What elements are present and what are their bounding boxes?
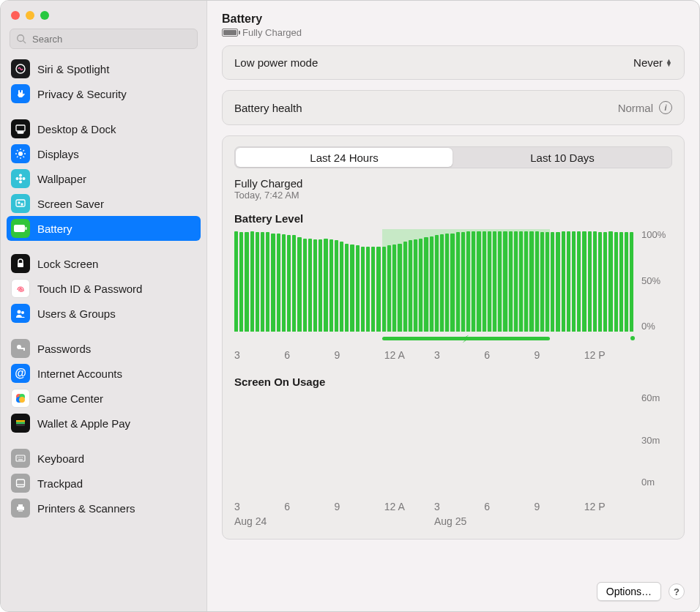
battery-level-bar (509, 231, 513, 332)
battery-level-bar (493, 231, 496, 332)
battery-level-bar (350, 245, 354, 332)
at-icon: @ (11, 364, 30, 383)
battery-level-bar (498, 231, 502, 332)
lock-icon (11, 254, 30, 273)
sidebar-item-wallpaper[interactable]: Wallpaper (1, 166, 206, 191)
game-icon (11, 389, 30, 408)
battery-level-bar (461, 232, 465, 332)
battery-level-bar (392, 245, 396, 332)
sidebar-item-users-groups[interactable]: Users & Groups (1, 301, 206, 326)
battery-health-value: Normal (618, 102, 653, 114)
trackpad-icon (11, 474, 30, 493)
battery-level-bar (256, 232, 259, 332)
battery-level-bar (414, 239, 417, 332)
low-power-value: Never (633, 56, 663, 69)
battery-status-text: Fully Charged (242, 27, 302, 38)
battery-level-bar (282, 234, 286, 332)
info-icon[interactable]: i (659, 101, 672, 114)
battery-level-bar (625, 232, 628, 332)
x-tick: 9 (535, 501, 584, 512)
battery-icon (222, 29, 238, 37)
svg-point-21 (21, 204, 23, 205)
low-power-select[interactable]: Never ▲▼ (633, 56, 672, 69)
sidebar-item-label: Displays (37, 148, 79, 160)
battery-level-xaxis: 36912 A36912 P (234, 349, 634, 361)
battery-status: Fully Charged (222, 27, 685, 38)
sidebar-item-printers-scanners[interactable]: Printers & Scanners (1, 496, 206, 520)
sun-icon (11, 144, 30, 163)
close-icon[interactable] (11, 11, 20, 20)
help-button[interactable]: ? (669, 583, 685, 600)
tab-last-10d[interactable]: Last 10 Days (454, 148, 671, 167)
battery-level-bar (551, 232, 554, 332)
sidebar-item-passwords[interactable]: Passwords (1, 336, 206, 361)
battery-level-bar (292, 235, 296, 332)
battery-level-bar (239, 232, 243, 332)
sidebar-item-label: Internet Accounts (37, 367, 122, 380)
battery-level-bar (329, 239, 333, 332)
zoom-icon[interactable] (40, 11, 49, 20)
fingerprint-icon (11, 279, 30, 298)
search-field[interactable] (31, 33, 191, 45)
sidebar-item-battery[interactable]: Battery (7, 216, 201, 241)
sidebar-item-trackpad[interactable]: Trackpad (1, 471, 206, 496)
battery-level-bar (519, 231, 523, 332)
low-power-card: Low power mode Never ▲▼ (222, 45, 685, 80)
sidebar-item-lock-screen[interactable]: Lock Screen (1, 251, 206, 276)
battery-level-bar (503, 231, 507, 332)
sidebar-item-label: Siri & Spotlight (37, 63, 109, 75)
sidebar-item-label: Printers & Scanners (37, 502, 135, 515)
sidebar-item-screen-saver[interactable]: Screen Saver (1, 191, 206, 216)
search-input[interactable] (10, 29, 198, 49)
svg-rect-3 (16, 125, 25, 131)
sidebar-item-displays[interactable]: Displays (1, 141, 206, 166)
sidebar-item-siri-spotlight[interactable]: Siri & Spotlight (1, 56, 206, 81)
battery-level-bar (546, 232, 549, 332)
battery-level-bar (440, 234, 444, 332)
sidebar-item-touch-id-password[interactable]: Touch ID & Password (1, 276, 206, 301)
sidebar-item-label: Passwords (37, 343, 91, 355)
battery-level-bar (340, 242, 343, 332)
charge-state-title: Fully Charged (234, 177, 672, 190)
battery-level-bar (345, 244, 349, 332)
svg-rect-46 (18, 504, 23, 507)
minimize-icon[interactable] (26, 11, 34, 20)
screen-on-chart: 36912 A36912 P Aug 24Aug 25 (234, 392, 634, 527)
printer-icon (11, 499, 30, 518)
screen-on-xaxis: 36912 A36912 P (234, 501, 634, 512)
battery-level-bar (603, 232, 607, 332)
sidebar-item-keyboard[interactable]: Keyboard (1, 446, 206, 471)
battery-level-bar (598, 232, 602, 332)
sidebar-item-wallet-apple-pay[interactable]: Wallet & Apple Pay (1, 411, 206, 436)
sidebar-item-internet-accounts[interactable]: @Internet Accounts (1, 361, 206, 386)
svg-point-16 (19, 181, 22, 184)
options-button[interactable]: Options… (597, 582, 661, 601)
sidebar-item-label: Keyboard (37, 452, 84, 465)
svg-line-13 (23, 150, 25, 152)
sidebar-item-privacy-security[interactable]: Privacy & Security (1, 81, 206, 106)
battery-level-bar (403, 242, 407, 332)
svg-rect-43 (17, 479, 25, 487)
svg-point-18 (23, 177, 26, 180)
battery-level-bar (324, 239, 327, 332)
y-tick: 30m (641, 435, 660, 446)
sidebar-item-game-center[interactable]: Game Center (1, 386, 206, 411)
footer: Options… ? (597, 582, 685, 601)
charging-indicator: ⚡︎ (234, 335, 634, 342)
battery-level-bar (430, 236, 433, 332)
battery-level-bar (356, 245, 360, 332)
battery-level-bar (382, 247, 386, 332)
x-tick: 6 (284, 501, 334, 512)
svg-rect-35 (16, 420, 25, 422)
battery-level-bar (608, 231, 612, 332)
x-tick: 9 (535, 349, 584, 361)
battery-level-bar (556, 232, 559, 332)
svg-rect-47 (18, 510, 23, 512)
battery-level-bar (266, 232, 269, 332)
sidebar-item-label: Screen Saver (37, 198, 104, 210)
x-tick: 12 P (584, 501, 634, 512)
svg-rect-24 (18, 263, 23, 267)
tab-last-24h[interactable]: Last 24 Hours (236, 148, 453, 167)
battery-level-bar (424, 237, 428, 332)
sidebar-item-desktop-dock[interactable]: Desktop & Dock (1, 116, 206, 141)
